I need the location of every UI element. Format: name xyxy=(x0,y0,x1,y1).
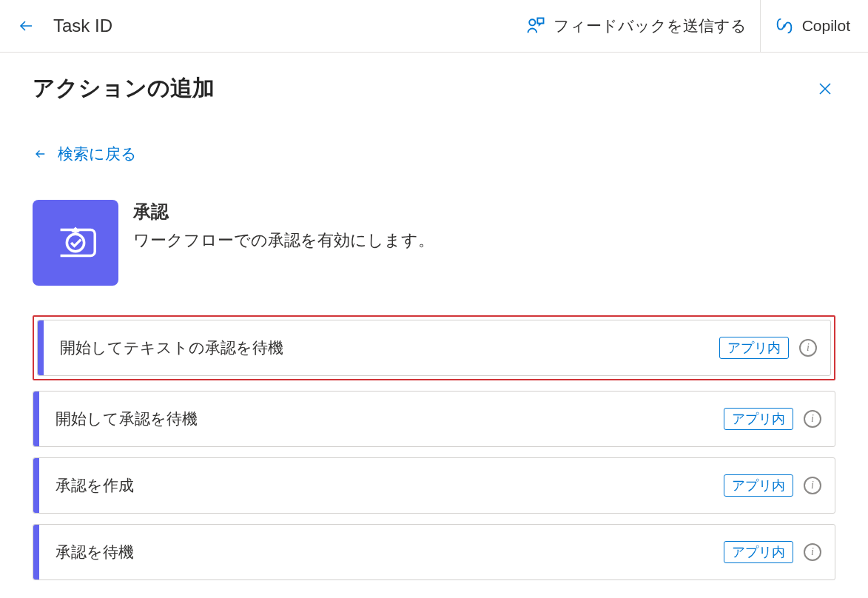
accent-bar xyxy=(33,392,39,446)
action-row[interactable]: 承認を待機 アプリ内 i xyxy=(33,524,835,580)
accent-bar xyxy=(33,525,39,579)
action-label: 開始してテキストの承認を待機 xyxy=(44,337,719,358)
info-icon[interactable]: i xyxy=(804,543,821,561)
feedback-icon xyxy=(525,16,546,36)
accent-bar xyxy=(38,320,44,375)
info-icon[interactable]: i xyxy=(799,339,817,357)
accent-bar xyxy=(33,458,39,513)
action-row[interactable]: 承認を作成 アプリ内 i xyxy=(33,457,835,514)
back-button[interactable] xyxy=(18,17,36,35)
type-badge: アプリ内 xyxy=(719,337,789,359)
type-badge: アプリ内 xyxy=(724,408,793,430)
feedback-button[interactable]: フィードバックを送信する xyxy=(512,0,761,53)
connector-tile xyxy=(33,200,118,286)
approval-icon xyxy=(50,217,101,269)
close-icon xyxy=(816,80,834,98)
connector-description: ワークフローでの承認を有効にします。 xyxy=(133,229,434,252)
add-action-panel: アクションの追加 検索に戻る 承認 ワークフローでの承認を有効にします。 開始し… xyxy=(0,53,868,598)
feedback-label: フィードバックを送信する xyxy=(554,16,747,36)
highlighted-action: 開始してテキストの承認を待機 アプリ内 i xyxy=(33,315,835,380)
back-to-search-link[interactable]: 検索に戻る xyxy=(33,144,835,164)
action-row[interactable]: 開始して承認を待機 アプリ内 i xyxy=(33,391,835,447)
copilot-button[interactable]: Copilot xyxy=(761,0,850,53)
svg-point-1 xyxy=(67,234,84,251)
type-badge: アプリ内 xyxy=(724,474,793,497)
panel-header: アクションの追加 xyxy=(33,73,835,104)
svg-point-0 xyxy=(529,19,535,25)
copilot-icon xyxy=(774,16,795,36)
action-label: 承認を待機 xyxy=(39,542,724,562)
connector-header: 承認 ワークフローでの承認を有効にします。 xyxy=(33,200,835,286)
info-icon[interactable]: i xyxy=(804,410,821,428)
panel-title: アクションの追加 xyxy=(33,73,215,104)
action-row[interactable]: 開始してテキストの承認を待機 アプリ内 i xyxy=(37,320,831,376)
arrow-left-icon xyxy=(18,16,36,36)
arrow-left-icon xyxy=(33,147,49,161)
page-title: Task ID xyxy=(53,16,512,36)
connector-info: 承認 ワークフローでの承認を有効にします。 xyxy=(133,200,434,286)
top-bar: Task ID フィードバックを送信する Copilot xyxy=(0,0,868,53)
close-button[interactable] xyxy=(815,78,835,99)
connector-name: 承認 xyxy=(133,200,434,224)
copilot-label: Copilot xyxy=(802,17,850,35)
action-label: 承認を作成 xyxy=(39,475,724,496)
info-icon[interactable]: i xyxy=(804,477,821,494)
action-label: 開始して承認を待機 xyxy=(39,409,724,429)
type-badge: アプリ内 xyxy=(724,541,793,563)
back-to-search-label: 検索に戻る xyxy=(58,144,137,164)
